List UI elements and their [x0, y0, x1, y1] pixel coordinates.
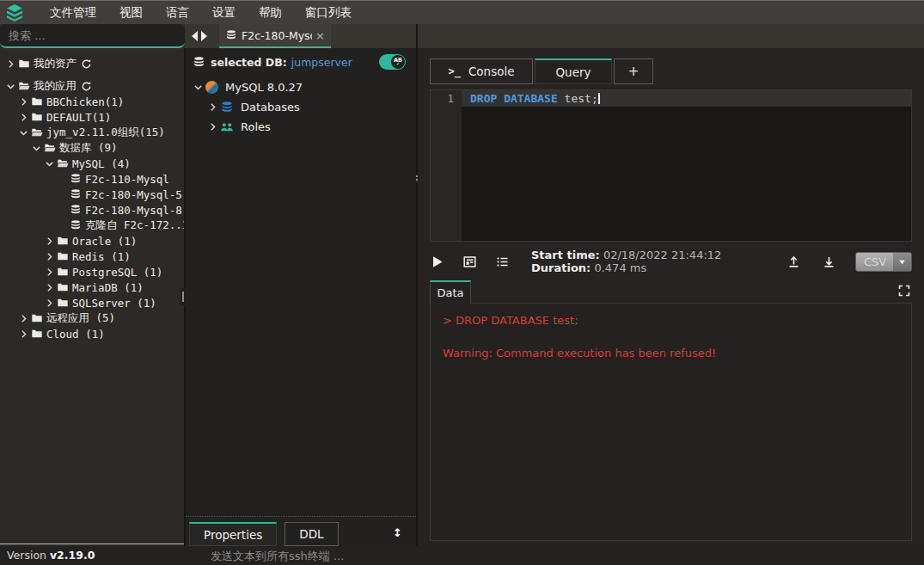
db-item-mysql-server[interactable]: MySQL 8.0.27	[186, 77, 416, 97]
menu-item-3[interactable]: 设置	[212, 5, 236, 21]
folder-open-icon	[18, 80, 30, 92]
chevron-right-icon[interactable]	[18, 96, 29, 107]
object-detail-tabs: PropertiesDDL ↕	[186, 516, 416, 546]
menu-item-2[interactable]: 语言	[166, 5, 189, 21]
folder-icon	[57, 250, 69, 262]
asset-item-clone-f2c-172[interactable]: 克隆自 F2c-172..1	[0, 218, 185, 233]
chevron-right-icon[interactable]	[18, 313, 29, 324]
selected-db-link[interactable]: jumpserver	[291, 56, 352, 69]
asset-item-cloud[interactable]: Cloud (1)	[0, 326, 185, 341]
tree-item-label: F2c-180-Mysql-8.	[85, 204, 185, 217]
jumpserver-logo-icon[interactable]	[0, 1, 29, 24]
asset-item-my-apps[interactable]: 我的应用	[0, 78, 185, 94]
sql-text: test;	[558, 92, 598, 105]
asset-item-default[interactable]: DEFAULT(1)	[0, 109, 185, 125]
asset-item-postgresql[interactable]: PostgreSQL (1)	[0, 264, 185, 279]
asset-item-f2c-180-8[interactable]: F2c-180-Mysql-8.	[0, 202, 185, 218]
query-toolbar: Start time: 02/18/2022 21:44:12 Duration…	[430, 250, 912, 273]
chevron-down-icon[interactable]	[193, 82, 204, 93]
chevron-down-icon[interactable]	[31, 143, 42, 154]
refresh-icon[interactable]	[81, 81, 92, 92]
asset-item-mysql[interactable]: MySQL (4)	[0, 156, 185, 171]
chevron-right-icon[interactable]	[44, 298, 55, 309]
tab-console[interactable]: >_Console	[430, 58, 533, 84]
menu-item-0[interactable]: 文件管理	[50, 5, 96, 21]
folder-icon	[31, 328, 43, 340]
asset-item-mariadb[interactable]: MariaDB (1)	[0, 279, 185, 295]
result-list-icon[interactable]	[495, 255, 510, 269]
tree-item-label: 数据库 (9)	[59, 141, 118, 156]
upload-icon[interactable]	[786, 255, 801, 269]
asset-item-my-assets[interactable]: 我的资产	[0, 56, 185, 71]
chevron-right-icon[interactable]	[5, 58, 16, 70]
search-input[interactable]	[0, 29, 185, 42]
tab-data[interactable]: Data	[430, 280, 471, 304]
asset-item-oracle[interactable]: Oracle (1)	[0, 233, 185, 249]
chevron-right-icon[interactable]	[207, 101, 218, 113]
document-tab-bar: F2c-180-Mysql-... ×	[185, 24, 924, 48]
database-icon	[70, 219, 82, 231]
menu-item-1[interactable]: 视图	[119, 5, 143, 21]
tab-ddl[interactable]: DDL	[285, 522, 338, 546]
search-box[interactable]	[0, 24, 185, 48]
asset-item-databases[interactable]: 数据库 (9)	[0, 140, 185, 156]
chevron-right-icon[interactable]	[18, 329, 29, 340]
export-format-select[interactable]: CSV	[855, 252, 912, 272]
tree-item-label: 克隆自 F2c-172..1	[85, 218, 185, 233]
chevron-right-icon[interactable]	[44, 282, 55, 293]
tab-properties[interactable]: Properties	[189, 522, 277, 546]
tree-item-label: jym_v2.11.0组织(15)	[46, 126, 165, 140]
database-icon	[193, 56, 205, 69]
chevron-down-icon[interactable]	[5, 81, 16, 92]
select-arrow-icon	[893, 253, 911, 271]
autocomplete-toggle[interactable]: AB✓	[379, 54, 406, 70]
chevron-down-icon[interactable]	[44, 158, 55, 169]
ssh-broadcast-input[interactable]	[211, 550, 640, 562]
db-item-db-roles[interactable]: Roles	[186, 117, 416, 137]
chevron-down-icon[interactable]	[18, 127, 29, 138]
folder-open-icon	[31, 126, 43, 138]
tree-item-label: F2c-110-Mysql	[85, 173, 169, 186]
tab-close-icon[interactable]: ×	[315, 29, 325, 42]
vertical-resize-icon[interactable]: ↕	[393, 526, 402, 539]
chevron-right-icon[interactable]	[44, 236, 55, 247]
app-window: 文件管理视图语言设置帮助窗口列表 我的资产我的应用BBChicken(1)DEF…	[0, 0, 924, 565]
folder-icon	[31, 95, 43, 107]
chevron-right-icon[interactable]	[44, 267, 55, 278]
tree-item-label: F2c-180-Mysql-5.	[85, 188, 185, 201]
query-result-output: > DROP DATABASE test;Warning: Command ex…	[430, 303, 912, 541]
sql-editor[interactable]: 1 DROP DATABASE test;	[430, 89, 912, 242]
chevron-right-icon[interactable]	[18, 112, 29, 123]
asset-item-sqlserver[interactable]: SQLServer (1)	[0, 295, 185, 310]
editor-gutter: 1	[431, 90, 462, 241]
refresh-icon[interactable]	[81, 58, 92, 70]
db-item-db-databases[interactable]: Databases	[186, 97, 416, 117]
asset-item-f2c-110[interactable]: F2c-110-Mysql	[0, 171, 185, 187]
tab-query[interactable]: Query	[535, 58, 612, 84]
tree-item-label: MySQL (4)	[72, 157, 131, 170]
asset-item-bbchicken[interactable]: BBChicken(1)	[0, 94, 185, 109]
ssh-broadcast-box[interactable]	[211, 547, 640, 563]
chevron-right-icon[interactable]	[207, 121, 218, 132]
menu-item-4[interactable]: 帮助	[259, 5, 282, 21]
download-icon[interactable]	[822, 255, 836, 269]
document-tab[interactable]: F2c-180-Mysql-... ×	[219, 24, 331, 48]
tab-nav-arrows[interactable]	[188, 29, 212, 43]
tab-new-tab[interactable]: +	[614, 58, 653, 84]
asset-item-jym-org[interactable]: jym_v2.11.0组织(15)	[0, 125, 185, 140]
chevron-right-icon[interactable]	[44, 251, 55, 262]
asset-item-redis[interactable]: Redis (1)	[0, 249, 185, 264]
db-tree: MySQL 8.0.27DatabasesRoles	[186, 72, 416, 137]
result-tab-row: Data	[430, 280, 912, 303]
fullscreen-icon[interactable]	[898, 285, 910, 297]
asset-item-f2c-180-5[interactable]: F2c-180-Mysql-5.	[0, 187, 185, 202]
menu-item-5[interactable]: 窗口列表	[305, 5, 352, 21]
editor-code-area[interactable]: DROP DATABASE test;	[462, 90, 911, 241]
text-cursor	[598, 93, 600, 104]
tree-item-label: Cloud (1)	[46, 328, 105, 341]
start-time-value: 02/18/2022 21:44:12	[603, 249, 721, 261]
run-script-icon[interactable]	[462, 255, 477, 269]
folder-icon	[31, 312, 43, 324]
asset-item-remote-apps[interactable]: 远程应用 (5)	[0, 310, 185, 326]
run-button[interactable]	[430, 255, 444, 269]
